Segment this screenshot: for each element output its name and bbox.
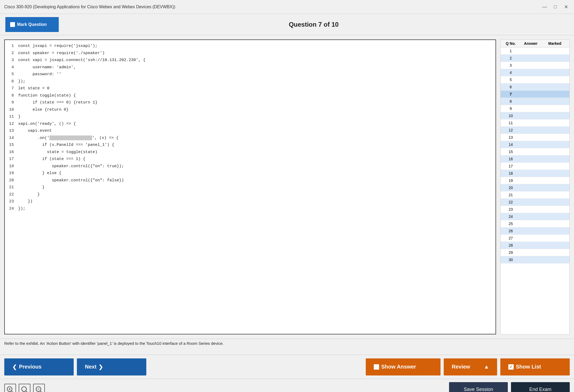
row-marked: [543, 114, 567, 118]
row-marked: [543, 171, 567, 175]
row-marked: [543, 207, 567, 211]
question-list-row[interactable]: 19: [501, 177, 569, 184]
question-list-row[interactable]: 18: [501, 170, 569, 177]
code-line: 22 }: [5, 191, 496, 198]
question-list-row[interactable]: 28: [501, 242, 569, 249]
question-list-row[interactable]: 7: [501, 91, 569, 98]
maximize-button[interactable]: □: [552, 3, 559, 11]
row-marked: [543, 70, 567, 75]
answer-blank: [49, 135, 92, 140]
show-list-button[interactable]: Show List: [500, 358, 570, 375]
row-answer: [519, 250, 543, 255]
row-answer: [519, 243, 543, 247]
question-list-row[interactable]: 9: [501, 105, 569, 112]
line-number: 4: [5, 65, 18, 71]
close-button[interactable]: ✕: [562, 3, 570, 11]
question-list-row[interactable]: 20: [501, 184, 569, 191]
row-marked: [543, 236, 567, 240]
row-num: 8: [503, 99, 519, 103]
zoom-in-icon: [6, 386, 14, 392]
mark-checkbox-icon: [10, 22, 15, 27]
question-list-row[interactable]: 4: [501, 69, 569, 76]
line-number: 17: [5, 156, 18, 162]
row-num: 1: [503, 49, 519, 53]
question-list-row[interactable]: 12: [501, 127, 569, 134]
line-content: });: [18, 206, 25, 212]
question-list-row[interactable]: 6: [501, 83, 569, 91]
row-num: 9: [503, 106, 519, 111]
row-num: 5: [503, 78, 519, 82]
question-list-row[interactable]: 1: [501, 47, 569, 55]
question-list-row[interactable]: 25: [501, 220, 569, 227]
zoom-reset-button[interactable]: [19, 384, 30, 392]
code-panel[interactable]: 1const jsxapi = require('jsxapi');2const…: [4, 39, 496, 334]
line-content: }: [18, 185, 45, 191]
line-number: 24: [5, 206, 18, 212]
code-line: 24});: [5, 205, 496, 213]
next-button[interactable]: Next: [77, 358, 146, 375]
row-num: 29: [503, 250, 519, 255]
mark-question-label: Mark Question: [17, 22, 47, 27]
row-num: 19: [503, 178, 519, 183]
question-list-row[interactable]: 26: [501, 227, 569, 235]
question-text: Refer to the exhibit. An 'Action Button'…: [0, 339, 574, 355]
question-list-row[interactable]: 22: [501, 199, 569, 206]
row-marked: [543, 258, 567, 262]
question-list-row[interactable]: 5: [501, 76, 569, 83]
question-list-row[interactable]: 13: [501, 134, 569, 141]
question-list-scroll[interactable]: 1234567891011121314151617181920212223242…: [501, 47, 569, 334]
line-content: password: '': [18, 71, 61, 78]
question-list-row[interactable]: 16: [501, 155, 569, 163]
zoom-in-button[interactable]: [4, 384, 16, 392]
header: Mark Question Question 7 of 10: [0, 14, 574, 35]
row-answer: [519, 164, 543, 168]
mark-question-button[interactable]: Mark Question: [5, 17, 59, 32]
question-list-row[interactable]: 30: [501, 256, 569, 263]
question-list-row[interactable]: 15: [501, 148, 569, 155]
col-marked: Marked: [543, 41, 567, 46]
row-answer: [519, 85, 543, 89]
row-answer: [519, 157, 543, 161]
row-marked: [543, 85, 567, 89]
row-answer: [519, 200, 543, 204]
review-button[interactable]: Review ▲: [444, 358, 497, 375]
end-exam-button[interactable]: End Exam: [511, 382, 570, 392]
question-list-row[interactable]: 27: [501, 235, 569, 242]
show-answer-button[interactable]: Show Answer: [366, 358, 441, 375]
question-list-row[interactable]: 23: [501, 206, 569, 213]
line-content: if (state === 1) {: [18, 156, 85, 162]
previous-button[interactable]: Previous: [4, 358, 74, 375]
line-number: 2: [5, 50, 18, 57]
question-list-row[interactable]: 21: [501, 191, 569, 199]
session-buttons: Save Session End Exam: [449, 382, 570, 392]
row-answer: [519, 222, 543, 226]
line-number: 11: [5, 114, 18, 120]
row-marked: [543, 200, 567, 204]
question-list-row[interactable]: 17: [501, 163, 569, 170]
line-content: } else {: [18, 170, 61, 177]
question-list-row[interactable]: 3: [501, 62, 569, 69]
line-number: 22: [5, 192, 18, 198]
row-marked: [543, 121, 567, 125]
line-content: }: [18, 114, 21, 120]
zoom-out-button[interactable]: [33, 384, 45, 392]
row-num: 25: [503, 222, 519, 226]
review-label: Review: [452, 364, 470, 370]
row-answer: [519, 229, 543, 233]
row-num: 12: [503, 128, 519, 132]
row-answer: [519, 92, 543, 96]
line-content: .on('', (x) => {: [18, 135, 119, 141]
question-list-row[interactable]: 29: [501, 249, 569, 256]
question-list-row[interactable]: 24: [501, 213, 569, 220]
row-marked: [543, 99, 567, 103]
question-list-row[interactable]: 10: [501, 112, 569, 119]
row-num: 17: [503, 164, 519, 168]
save-session-button[interactable]: Save Session: [449, 382, 508, 392]
row-num: 21: [503, 193, 519, 197]
minimize-button[interactable]: —: [541, 3, 548, 11]
question-list-row[interactable]: 11: [501, 119, 569, 127]
question-list-row[interactable]: 14: [501, 141, 569, 148]
question-list-row[interactable]: 8: [501, 98, 569, 105]
question-list-row[interactable]: 2: [501, 55, 569, 62]
code-line: 2const speaker = require('./speaker'): [5, 50, 496, 57]
